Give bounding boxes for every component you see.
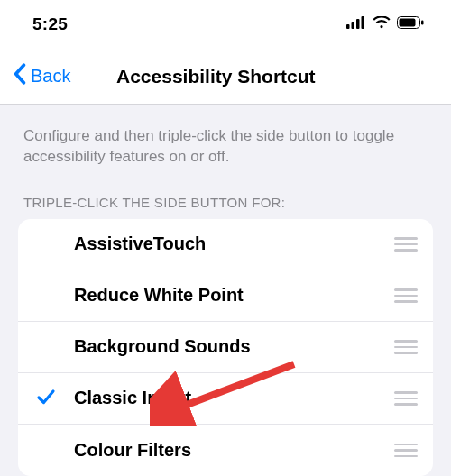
checkmark-icon (36, 387, 56, 410)
svg-rect-3 (362, 16, 365, 29)
list-item[interactable]: AssistiveTouch (18, 219, 433, 270)
nav-header: Back Accessibility Shortcut (0, 49, 451, 105)
section-header: TRIPLE-CLICK THE SIDE BUTTON FOR: (18, 195, 433, 210)
reorder-handle-icon[interactable] (391, 444, 433, 458)
status-icons (346, 16, 424, 32)
svg-rect-1 (352, 22, 355, 29)
item-label: AssistiveTouch (74, 233, 391, 254)
list-item[interactable]: Colour Filters (18, 425, 433, 476)
status-time: 5:25 (32, 14, 68, 34)
svg-rect-6 (421, 21, 424, 25)
battery-icon (397, 16, 424, 32)
list-item[interactable]: Background Sounds (18, 322, 433, 373)
content: Configure and then triple-click the side… (0, 105, 451, 476)
reorder-handle-icon[interactable] (391, 288, 433, 303)
svg-rect-0 (346, 24, 350, 29)
cellular-icon (346, 16, 366, 32)
section-description: Configure and then triple-click the side… (18, 126, 433, 168)
item-label: Reduce White Point (74, 285, 391, 306)
shortcut-list: AssistiveTouch Reduce White Point Backgr… (18, 219, 433, 476)
back-button[interactable]: Back (9, 63, 70, 89)
svg-rect-2 (356, 19, 360, 29)
reorder-handle-icon[interactable] (391, 340, 433, 354)
page-title: Accessibility Shortcut (116, 66, 316, 87)
wifi-icon (373, 16, 391, 32)
list-item[interactable]: Reduce White Point (18, 270, 433, 322)
status-bar: 5:25 (0, 0, 451, 49)
list-item[interactable]: Classic Invert (18, 373, 433, 425)
checkmark-slot (18, 387, 74, 410)
reorder-handle-icon[interactable] (391, 237, 433, 252)
back-label: Back (31, 66, 70, 87)
item-label: Background Sounds (74, 336, 391, 357)
reorder-handle-icon[interactable] (391, 391, 433, 406)
chevron-left-icon (13, 63, 27, 89)
item-label: Colour Filters (74, 440, 391, 461)
svg-rect-5 (400, 19, 416, 27)
item-label: Classic Invert (74, 388, 391, 408)
